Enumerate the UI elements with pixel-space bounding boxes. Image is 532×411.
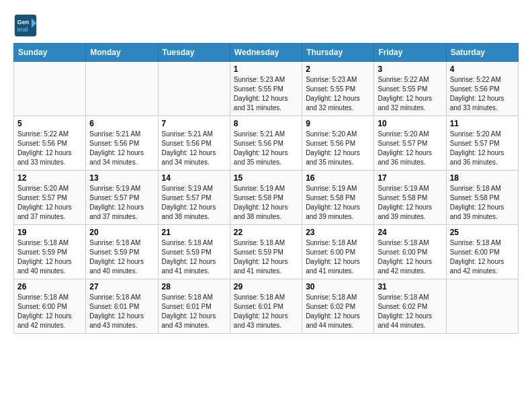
calendar-cell: 24Sunrise: 5:18 AM Sunset: 6:00 PM Dayli… [374, 225, 446, 279]
day-number: 9 [306, 119, 370, 128]
day-number: 15 [234, 173, 298, 183]
day-info: Sunrise: 5:22 AM Sunset: 5:56 PM Dayligh… [17, 130, 82, 167]
day-info: Sunrise: 5:18 AM Sunset: 6:02 PM Dayligh… [306, 293, 370, 330]
day-number: 17 [378, 173, 442, 183]
day-number: 12 [17, 173, 82, 183]
header-sunday: Sunday [14, 44, 86, 62]
calendar-cell: 14Sunrise: 5:19 AM Sunset: 5:57 PM Dayli… [158, 171, 230, 225]
calendar-cell [446, 279, 518, 334]
day-info: Sunrise: 5:22 AM Sunset: 5:56 PM Dayligh… [450, 75, 515, 113]
calendar-week-row: 1Sunrise: 5:23 AM Sunset: 5:55 PM Daylig… [14, 62, 519, 116]
day-info: Sunrise: 5:22 AM Sunset: 5:55 PM Dayligh… [378, 75, 442, 113]
header-monday: Monday [86, 44, 158, 62]
day-info: Sunrise: 5:20 AM Sunset: 5:56 PM Dayligh… [306, 130, 370, 167]
calendar-cell: 30Sunrise: 5:18 AM Sunset: 6:02 PM Dayli… [302, 279, 374, 334]
day-info: Sunrise: 5:20 AM Sunset: 5:57 PM Dayligh… [450, 130, 515, 167]
logo-icon: Gen eral [13, 13, 38, 38]
day-number: 25 [450, 228, 515, 237]
day-number: 6 [89, 119, 154, 128]
calendar-week-row: 26Sunrise: 5:18 AM Sunset: 6:00 PM Dayli… [14, 279, 519, 334]
day-number: 2 [306, 64, 370, 74]
day-number: 24 [378, 228, 442, 237]
calendar-cell: 23Sunrise: 5:18 AM Sunset: 6:00 PM Dayli… [302, 225, 374, 279]
day-info: Sunrise: 5:18 AM Sunset: 6:01 PM Dayligh… [234, 293, 298, 330]
day-info: Sunrise: 5:23 AM Sunset: 5:55 PM Dayligh… [234, 75, 298, 113]
calendar-week-row: 19Sunrise: 5:18 AM Sunset: 5:59 PM Dayli… [14, 225, 519, 279]
day-info: Sunrise: 5:18 AM Sunset: 6:00 PM Dayligh… [450, 238, 515, 276]
calendar-cell: 13Sunrise: 5:19 AM Sunset: 5:57 PM Dayli… [86, 171, 158, 225]
day-number: 16 [306, 173, 370, 183]
calendar-cell: 15Sunrise: 5:19 AM Sunset: 5:58 PM Dayli… [230, 171, 302, 225]
day-number: 28 [162, 282, 226, 291]
page-header: Gen eral [13, 13, 519, 38]
day-number: 4 [450, 64, 515, 74]
calendar-cell: 28Sunrise: 5:18 AM Sunset: 6:01 PM Dayli… [158, 279, 230, 334]
day-number: 26 [17, 282, 82, 291]
calendar-cell: 16Sunrise: 5:19 AM Sunset: 5:58 PM Dayli… [302, 171, 374, 225]
calendar-cell: 6Sunrise: 5:21 AM Sunset: 5:56 PM Daylig… [86, 116, 158, 171]
header-tuesday: Tuesday [158, 44, 230, 62]
day-info: Sunrise: 5:18 AM Sunset: 5:59 PM Dayligh… [89, 238, 154, 276]
calendar-cell: 7Sunrise: 5:21 AM Sunset: 5:56 PM Daylig… [158, 116, 230, 171]
day-number: 19 [17, 228, 82, 237]
calendar-cell: 18Sunrise: 5:18 AM Sunset: 5:58 PM Dayli… [446, 171, 518, 225]
day-info: Sunrise: 5:18 AM Sunset: 6:00 PM Dayligh… [378, 238, 442, 276]
calendar-cell: 12Sunrise: 5:20 AM Sunset: 5:57 PM Dayli… [14, 171, 86, 225]
calendar-cell: 19Sunrise: 5:18 AM Sunset: 5:59 PM Dayli… [14, 225, 86, 279]
calendar-cell: 31Sunrise: 5:18 AM Sunset: 6:02 PM Dayli… [374, 279, 446, 334]
day-number: 18 [450, 173, 515, 183]
calendar-cell: 4Sunrise: 5:22 AM Sunset: 5:56 PM Daylig… [446, 62, 518, 116]
day-info: Sunrise: 5:19 AM Sunset: 5:58 PM Dayligh… [234, 184, 298, 222]
day-info: Sunrise: 5:19 AM Sunset: 5:57 PM Dayligh… [89, 184, 154, 222]
calendar-cell: 8Sunrise: 5:21 AM Sunset: 5:56 PM Daylig… [230, 116, 302, 171]
day-number: 13 [89, 173, 154, 183]
day-info: Sunrise: 5:18 AM Sunset: 6:01 PM Dayligh… [89, 293, 154, 330]
calendar-cell: 25Sunrise: 5:18 AM Sunset: 6:00 PM Dayli… [446, 225, 518, 279]
day-number: 21 [162, 228, 226, 237]
day-info: Sunrise: 5:18 AM Sunset: 6:02 PM Dayligh… [378, 293, 442, 330]
day-info: Sunrise: 5:19 AM Sunset: 5:57 PM Dayligh… [162, 184, 226, 222]
day-info: Sunrise: 5:20 AM Sunset: 5:57 PM Dayligh… [378, 130, 442, 167]
calendar-cell [14, 62, 86, 116]
day-number: 22 [234, 228, 298, 237]
day-number: 20 [89, 228, 154, 237]
calendar-cell: 1Sunrise: 5:23 AM Sunset: 5:55 PM Daylig… [230, 62, 302, 116]
svg-text:Gen: Gen [17, 19, 29, 26]
day-info: Sunrise: 5:18 AM Sunset: 6:00 PM Dayligh… [17, 293, 82, 330]
day-info: Sunrise: 5:18 AM Sunset: 6:00 PM Dayligh… [306, 238, 370, 276]
day-number: 29 [234, 282, 298, 291]
day-number: 8 [234, 119, 298, 128]
svg-text:eral: eral [17, 26, 28, 33]
day-info: Sunrise: 5:20 AM Sunset: 5:57 PM Dayligh… [17, 184, 82, 222]
day-info: Sunrise: 5:18 AM Sunset: 5:59 PM Dayligh… [234, 238, 298, 276]
day-info: Sunrise: 5:19 AM Sunset: 5:58 PM Dayligh… [306, 184, 370, 222]
day-number: 1 [234, 64, 298, 74]
calendar-cell: 17Sunrise: 5:19 AM Sunset: 5:58 PM Dayli… [374, 171, 446, 225]
day-number: 5 [17, 119, 82, 128]
day-info: Sunrise: 5:23 AM Sunset: 5:55 PM Dayligh… [306, 75, 370, 113]
calendar-cell: 2Sunrise: 5:23 AM Sunset: 5:55 PM Daylig… [302, 62, 374, 116]
header-wednesday: Wednesday [230, 44, 302, 62]
day-info: Sunrise: 5:18 AM Sunset: 6:01 PM Dayligh… [162, 293, 226, 330]
calendar-cell: 5Sunrise: 5:22 AM Sunset: 5:56 PM Daylig… [14, 116, 86, 171]
logo: Gen eral [13, 13, 40, 38]
calendar-cell [158, 62, 230, 116]
calendar-cell [86, 62, 158, 116]
calendar-week-row: 5Sunrise: 5:22 AM Sunset: 5:56 PM Daylig… [14, 116, 519, 171]
day-number: 14 [162, 173, 226, 183]
header-friday: Friday [374, 44, 446, 62]
day-number: 10 [378, 119, 442, 128]
day-number: 30 [306, 282, 370, 291]
calendar-header-row: SundayMondayTuesdayWednesdayThursdayFrid… [14, 44, 519, 62]
calendar-cell: 21Sunrise: 5:18 AM Sunset: 5:59 PM Dayli… [158, 225, 230, 279]
calendar-table: SundayMondayTuesdayWednesdayThursdayFrid… [13, 43, 519, 334]
day-number: 31 [378, 282, 442, 291]
day-number: 7 [162, 119, 226, 128]
header-saturday: Saturday [446, 44, 518, 62]
day-info: Sunrise: 5:18 AM Sunset: 5:58 PM Dayligh… [450, 184, 515, 222]
header-thursday: Thursday [302, 44, 374, 62]
day-info: Sunrise: 5:21 AM Sunset: 5:56 PM Dayligh… [89, 130, 154, 167]
calendar-cell: 26Sunrise: 5:18 AM Sunset: 6:00 PM Dayli… [14, 279, 86, 334]
day-info: Sunrise: 5:21 AM Sunset: 5:56 PM Dayligh… [234, 130, 298, 167]
calendar-cell: 27Sunrise: 5:18 AM Sunset: 6:01 PM Dayli… [86, 279, 158, 334]
